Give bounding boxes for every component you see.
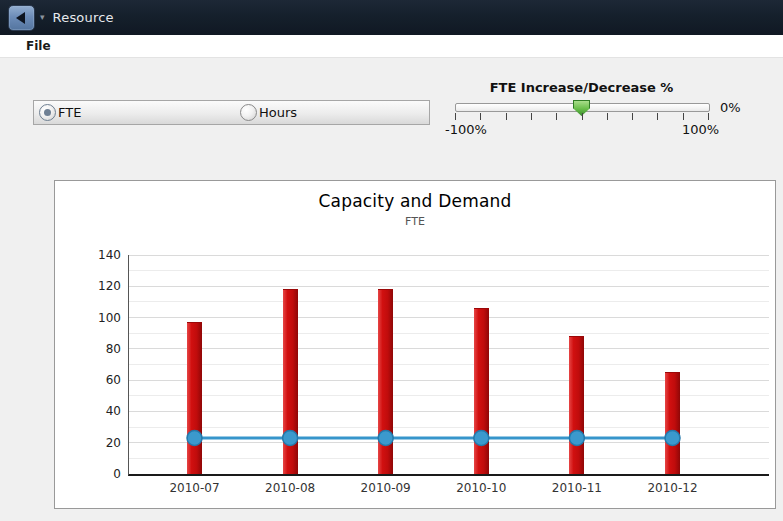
x-axis-label: 2010-12 — [628, 481, 718, 495]
slider-max-label: 100% — [682, 122, 719, 137]
radio-icon-fte[interactable] — [39, 104, 56, 121]
slider-ticks — [445, 113, 780, 121]
capacity-marker — [283, 431, 298, 446]
slider-tick — [708, 113, 709, 120]
x-axis-label: 2010-11 — [532, 481, 622, 495]
radio-label-fte: FTE — [58, 105, 81, 120]
chart-panel: Capacity and Demand FTE 0204060801001201… — [54, 180, 776, 509]
capacity-marker — [474, 431, 489, 446]
slider-tick — [582, 113, 583, 120]
slider-tick — [506, 113, 507, 120]
back-button[interactable] — [8, 5, 35, 31]
y-axis-label: 20 — [75, 436, 121, 450]
chart-subtitle: FTE — [55, 215, 775, 228]
x-axis-label: 2010-07 — [150, 481, 240, 495]
plot-area: 0204060801001201402010-072010-082010-092… — [128, 255, 769, 476]
slider-tick — [480, 113, 481, 120]
capacity-marker — [569, 431, 584, 446]
left-arrow-icon — [16, 12, 25, 24]
fte-slider-group: FTE Increase/Decrease % 0% -100% 100% — [445, 80, 780, 140]
radio-option-hours[interactable]: Hours — [240, 101, 297, 124]
x-axis-label: 2010-10 — [436, 481, 526, 495]
y-axis-label: 0 — [75, 467, 121, 481]
radio-label-hours: Hours — [259, 105, 297, 120]
y-axis-label: 60 — [75, 373, 121, 387]
capacity-marker — [665, 431, 680, 446]
slider-tick — [657, 113, 658, 120]
y-axis-label: 40 — [75, 404, 121, 418]
caret-down-icon[interactable]: ▾ — [40, 13, 45, 22]
capacity-line-layer — [129, 255, 769, 474]
slider-tick — [455, 113, 456, 120]
slider-tick — [683, 113, 684, 120]
y-axis-label: 140 — [75, 248, 121, 262]
app-header: ▾ Resource — [0, 0, 783, 35]
radio-option-fte[interactable]: FTE — [39, 101, 81, 124]
y-axis-label: 80 — [75, 342, 121, 356]
y-axis-label: 120 — [75, 279, 121, 293]
window-title: Resource — [53, 10, 114, 25]
capacity-marker — [187, 431, 202, 446]
menu-item-file[interactable]: File — [26, 39, 51, 53]
slider-tick — [556, 113, 557, 120]
menu-bar: File — [0, 35, 783, 58]
x-axis-label: 2010-09 — [341, 481, 431, 495]
unit-toggle-panel: FTE Hours — [33, 100, 430, 125]
slider-title: FTE Increase/Decrease % — [455, 80, 708, 95]
slider-tick — [531, 113, 532, 120]
slider-min-label: -100% — [445, 122, 487, 137]
slider-tick — [607, 113, 608, 120]
y-axis-label: 100 — [75, 311, 121, 325]
slider-tick — [632, 113, 633, 120]
chart-title: Capacity and Demand — [55, 191, 775, 211]
capacity-marker — [378, 431, 393, 446]
x-axis-label: 2010-08 — [245, 481, 335, 495]
radio-icon-hours[interactable] — [240, 104, 257, 121]
